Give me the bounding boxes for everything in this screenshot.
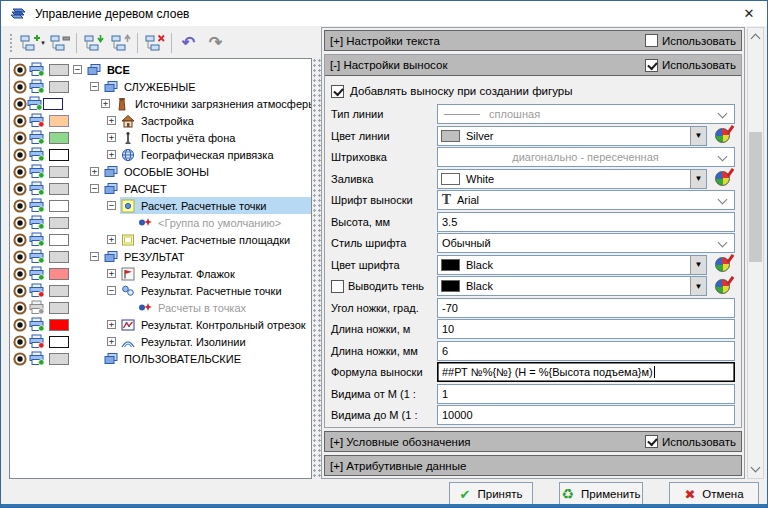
row-content[interactable]: РЕЗУЛЬТАТ	[103, 248, 311, 265]
scroll-down-button[interactable]	[748, 461, 763, 478]
add-callout-checkbox[interactable]	[331, 85, 344, 98]
row-content[interactable]: РАСЧЕТ	[103, 180, 311, 197]
layer-color-swatch[interactable]	[49, 115, 69, 127]
visibility-eye-icon[interactable]	[13, 80, 29, 94]
printer-icon[interactable]	[29, 79, 49, 94]
visibility-eye-icon[interactable]	[13, 165, 29, 179]
printer-icon[interactable]	[29, 130, 49, 145]
row-content[interactable]: Расчет. Расчетные площадки	[120, 231, 311, 248]
font-color-combo[interactable]: Black▼	[437, 255, 707, 275]
row-content[interactable]: ПОЛЬЗОВАТЕЛЬСКИЕ	[103, 350, 311, 367]
visibility-eye-icon[interactable]	[13, 267, 29, 281]
tree-row[interactable]: −РАСЧЕТ	[10, 180, 311, 197]
scroll-up-button[interactable]	[748, 28, 763, 45]
layer-color-swatch[interactable]	[49, 336, 69, 348]
callout-formula-input[interactable]: ##РТ №%{№} (Н = %{Высота подъема}м)	[437, 362, 735, 382]
collapse-expander[interactable]: −	[107, 201, 116, 210]
use-legend-checkbox[interactable]	[645, 435, 658, 448]
move-up-button[interactable]	[107, 31, 134, 55]
printer-icon[interactable]	[29, 232, 49, 247]
printer-icon[interactable]	[29, 62, 49, 77]
tree-row[interactable]: <Группа по умолчанию>	[10, 214, 311, 231]
font-style-combo[interactable]: Обычный	[437, 233, 735, 253]
visibility-eye-icon[interactable]	[13, 335, 29, 349]
collapse-expander[interactable]: −	[107, 286, 116, 295]
visibility-eye-icon[interactable]	[13, 216, 29, 230]
selected-row-highlight[interactable]: Расчет. Расчетные точки	[120, 197, 311, 214]
layer-color-swatch[interactable]	[49, 64, 69, 76]
fill-color-picker-button[interactable]	[709, 169, 735, 189]
tree-row[interactable]: +Источники загрязнения атмосферы	[10, 95, 311, 112]
tree-row[interactable]: +Расчет. Расчетные площадки	[10, 231, 311, 248]
height-mm-input[interactable]: 3.5	[437, 212, 735, 232]
visibility-eye-icon[interactable]	[13, 131, 29, 145]
expand-expander[interactable]: +	[107, 133, 116, 142]
layer-color-swatch[interactable]	[49, 217, 69, 229]
undo-button[interactable]: ↶	[175, 31, 202, 55]
printer-icon[interactable]	[29, 113, 49, 128]
scroll-thumb[interactable]	[749, 132, 762, 262]
visible-to-input[interactable]: 10000	[437, 405, 735, 425]
visibility-eye-icon[interactable]	[13, 318, 29, 332]
layer-color-swatch[interactable]	[49, 81, 69, 93]
layer-color-swatch[interactable]	[49, 234, 69, 246]
tree-row[interactable]: +Застройка	[10, 112, 311, 129]
tree-row[interactable]: −СЛУЖЕБНЫЕ	[10, 78, 311, 95]
printer-icon[interactable]	[29, 283, 49, 298]
visibility-eye-icon[interactable]	[13, 199, 29, 213]
collapse-expander[interactable]: −	[90, 184, 99, 193]
tree-row[interactable]: +Посты учёта фона	[10, 129, 311, 146]
printer-icon[interactable]	[29, 181, 49, 196]
shadow-picker-button[interactable]	[709, 276, 735, 296]
panel-splitter[interactable]	[312, 58, 321, 479]
group-header-legend[interactable]: [+] Условные обозначения Использовать	[324, 431, 742, 452]
tree-row[interactable]: Расчеты в точках	[10, 299, 311, 316]
line-type-combo[interactable]: сплошная	[437, 104, 735, 124]
printer-icon[interactable]	[29, 164, 49, 179]
row-content[interactable]: ОСОБЫЕ ЗОНЫ	[103, 163, 311, 180]
leg-length-m-input[interactable]: 10	[437, 319, 735, 339]
layer-color-swatch[interactable]	[49, 183, 69, 195]
group-header-callout-settings[interactable]: [-] Настройки выносок Использовать	[325, 55, 741, 76]
row-content[interactable]: Расчеты в точках	[137, 299, 311, 316]
expand-expander[interactable]: +	[107, 269, 116, 278]
printer-icon[interactable]	[29, 147, 49, 162]
group-header-attributes[interactable]: [+] Атрибутивные данные	[324, 455, 742, 476]
panel-scrollbar[interactable]	[747, 27, 764, 479]
dropdown-arrow-button[interactable]: ▼	[690, 170, 706, 188]
visibility-eye-icon[interactable]	[13, 148, 29, 162]
close-button[interactable]: ✕	[733, 2, 765, 24]
printer-icon[interactable]	[29, 198, 49, 213]
tree-row[interactable]: −ВСЕ	[10, 61, 311, 78]
visibility-eye-icon[interactable]	[13, 114, 29, 128]
visibility-eye-icon[interactable]	[13, 63, 29, 77]
row-content[interactable]: Источники загрязнения атмосферы	[114, 95, 312, 112]
row-content[interactable]: <Группа по умолчанию>	[137, 214, 311, 231]
collapse-expander[interactable]: −	[90, 82, 99, 91]
shadow-checkbox[interactable]	[331, 280, 344, 293]
move-down-button[interactable]	[80, 31, 107, 55]
layer-color-swatch[interactable]	[49, 285, 69, 297]
tree-row[interactable]: +Результат. Флажок	[10, 265, 311, 282]
visibility-eye-icon[interactable]	[13, 250, 29, 264]
remove-layer-button[interactable]	[46, 31, 73, 55]
layer-color-swatch[interactable]	[49, 268, 69, 280]
tree-row[interactable]: +Результат. Изолинии	[10, 333, 311, 350]
leg-angle-input[interactable]: -70	[437, 298, 735, 318]
leg-length-mm-input[interactable]: 6	[437, 341, 735, 361]
row-content[interactable]: ВСЕ	[86, 61, 311, 78]
expand-expander[interactable]: +	[107, 235, 116, 244]
visibility-eye-icon[interactable]	[13, 301, 29, 315]
printer-icon[interactable]	[27, 96, 43, 111]
tree-row[interactable]: −РЕЗУЛЬТАТ	[10, 248, 311, 265]
callout-font-combo[interactable]: TArial	[437, 190, 735, 210]
printer-icon[interactable]	[29, 266, 49, 281]
tree-row[interactable]: +ОСОБЫЕ ЗОНЫ	[10, 163, 311, 180]
visibility-eye-icon[interactable]	[13, 233, 29, 247]
printer-icon[interactable]	[29, 215, 49, 230]
line-color-combo[interactable]: Silver▼	[437, 126, 707, 146]
cancel-button[interactable]: ✖ Отмена	[669, 482, 759, 506]
layer-color-swatch[interactable]	[49, 149, 69, 161]
tree-row[interactable]: +Географическая привязка	[10, 146, 311, 163]
row-content[interactable]: Застройка	[120, 112, 311, 129]
